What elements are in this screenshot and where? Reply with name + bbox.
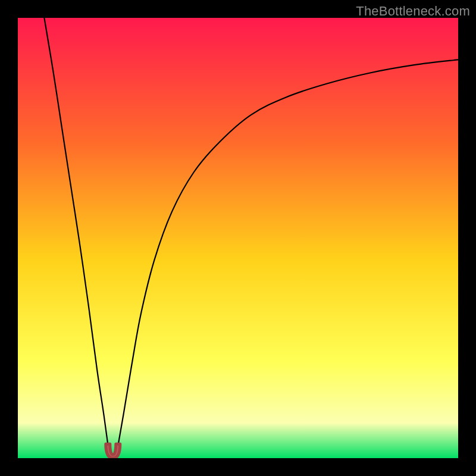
outer-frame: TheBottleneck.com bbox=[0, 0, 476, 476]
watermark-text: TheBottleneck.com bbox=[356, 4, 470, 19]
plot-area bbox=[18, 18, 458, 458]
chart-canvas bbox=[18, 18, 458, 458]
gradient-background bbox=[18, 18, 458, 458]
